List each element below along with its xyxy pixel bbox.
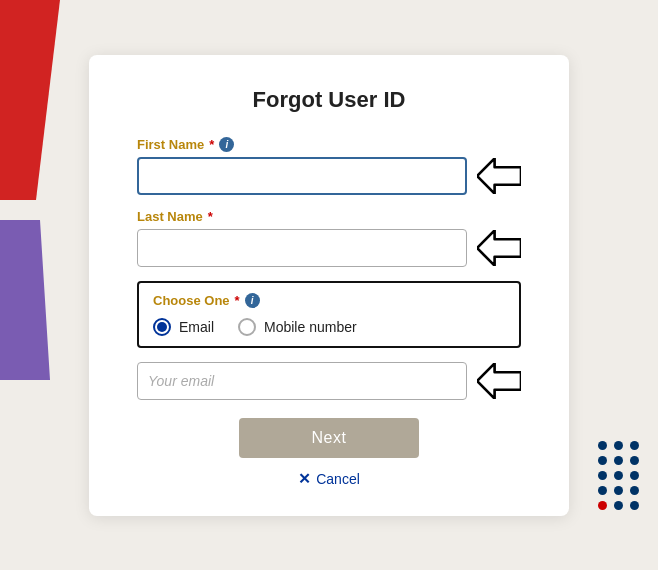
dot (630, 471, 639, 480)
last-name-input[interactable] (137, 229, 467, 267)
dot (598, 471, 607, 480)
radio-mobile-option[interactable]: Mobile number (238, 318, 357, 336)
email-field-group (137, 362, 521, 400)
last-name-arrow-icon (477, 230, 521, 266)
first-name-field-group: First Name * i (137, 137, 521, 195)
cancel-label: Cancel (316, 471, 360, 487)
radio-group: Email Mobile number (153, 318, 505, 336)
last-name-required-star: * (208, 209, 213, 224)
dot (614, 471, 623, 480)
choose-one-info-icon[interactable]: i (245, 293, 260, 308)
first-name-label-text: First Name (137, 137, 204, 152)
dot (614, 486, 623, 495)
dot (598, 441, 607, 450)
last-name-label: Last Name * (137, 209, 521, 224)
first-name-arrow-icon (477, 158, 521, 194)
forgot-userid-card: Forgot User ID First Name * i Last Name … (89, 55, 569, 516)
first-name-input-row (137, 157, 521, 195)
first-name-info-icon[interactable]: i (219, 137, 234, 152)
next-button[interactable]: Next (239, 418, 419, 458)
radio-email-option[interactable]: Email (153, 318, 214, 336)
page-title: Forgot User ID (137, 87, 521, 113)
cancel-x-icon: ✕ (298, 470, 311, 488)
email-input[interactable] (137, 362, 467, 400)
dot (630, 456, 639, 465)
first-name-required-star: * (209, 137, 214, 152)
dot (598, 486, 607, 495)
svg-marker-1 (477, 230, 521, 265)
svg-marker-0 (477, 158, 521, 193)
dot (630, 441, 639, 450)
radio-email-label: Email (179, 319, 214, 335)
last-name-field-group: Last Name * (137, 209, 521, 267)
last-name-label-text: Last Name (137, 209, 203, 224)
email-arrow-icon (477, 363, 521, 399)
dot (598, 501, 607, 510)
decorative-purple-stripe (0, 220, 50, 380)
radio-mobile-input[interactable] (238, 318, 256, 336)
dot (598, 456, 607, 465)
email-input-row (137, 362, 521, 400)
last-name-input-row (137, 229, 521, 267)
choose-one-required-star: * (235, 293, 240, 308)
radio-email-input[interactable] (153, 318, 171, 336)
choose-one-label: Choose One * i (153, 293, 505, 308)
dot (630, 501, 639, 510)
radio-mobile-label: Mobile number (264, 319, 357, 335)
choose-one-box: Choose One * i Email Mobile number (137, 281, 521, 348)
dot (614, 456, 623, 465)
decorative-red-stripe (0, 0, 60, 200)
svg-marker-2 (477, 363, 521, 398)
dot (614, 441, 623, 450)
dot (614, 501, 623, 510)
decorative-dots (598, 441, 640, 510)
choose-one-label-text: Choose One (153, 293, 230, 308)
first-name-label: First Name * i (137, 137, 521, 152)
dot (630, 486, 639, 495)
first-name-input[interactable] (137, 157, 467, 195)
cancel-button[interactable]: ✕ Cancel (298, 470, 360, 488)
